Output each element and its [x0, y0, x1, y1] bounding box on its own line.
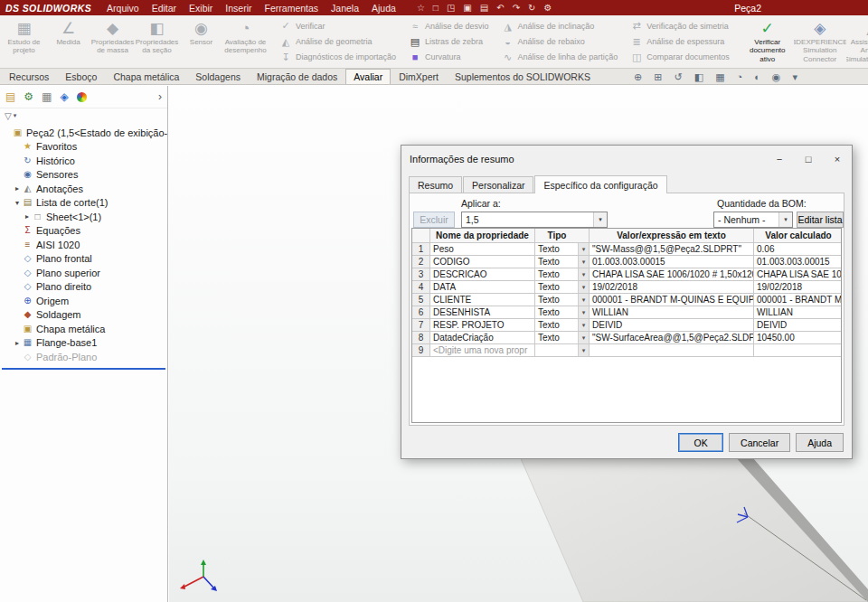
- dialog-tab[interactable]: Personalizar: [463, 176, 533, 193]
- property-value-cell[interactable]: WILLIAN: [590, 306, 754, 319]
- section-view-icon[interactable]: ◧: [694, 72, 703, 82]
- property-value-cell[interactable]: 000001 - BRANDT M-QUINAS E EQUIPAMENTOS …: [590, 294, 754, 306]
- tree-item[interactable]: ★Favoritos: [0, 140, 167, 155]
- property-name-cell[interactable]: DESENHISTA: [430, 306, 535, 319]
- undo-icon[interactable]: ↶: [496, 4, 504, 13]
- bom-quantity-combobox[interactable]: - Nenhum - ▾: [713, 212, 793, 228]
- compare-documents-button[interactable]: ◫Comparar documentos: [630, 52, 730, 63]
- property-value-cell[interactable]: 01.003.003.00015: [590, 256, 754, 268]
- dialog-title-bar[interactable]: Informações de resumo −□×: [401, 146, 852, 172]
- dialog-tab[interactable]: Específico da configuração: [534, 175, 666, 193]
- row-number-cell[interactable]: 1: [412, 243, 430, 256]
- row-number-cell[interactable]: 7: [412, 319, 430, 332]
- dropdown-arrow-icon[interactable]: ▾: [578, 256, 589, 268]
- simulationxpress-button[interactable]: ◬Assistente de Análise SimulationXpress: [846, 16, 868, 67]
- property-value-cell[interactable]: "SW-SurfaceArea@@1,5@Peça2.SLDPRT": [590, 332, 754, 344]
- save-icon[interactable]: ▣: [463, 4, 471, 13]
- command-tab[interactable]: Esboço: [57, 69, 105, 84]
- property-type-cell[interactable]: Texto▾: [535, 281, 590, 294]
- expand-arrow-icon[interactable]: ▾: [13, 199, 22, 207]
- ok-button[interactable]: OK: [678, 433, 723, 452]
- tree-item[interactable]: ◉Sensores: [0, 168, 167, 183]
- property-value-cell[interactable]: 19/02/2018: [590, 281, 754, 294]
- cancelar-button[interactable]: Cancelar: [729, 433, 790, 452]
- dropdown-arrow-icon[interactable]: ▾: [578, 344, 589, 356]
- print-icon[interactable]: ▤: [480, 4, 488, 13]
- part-face[interactable]: [520, 456, 868, 602]
- sensor-button[interactable]: ◉Sensor: [179, 16, 223, 67]
- zoom-area-icon[interactable]: ⊞: [654, 72, 662, 82]
- menu-item[interactable]: Editar: [146, 3, 183, 14]
- previous-view-icon[interactable]: ↺: [675, 72, 683, 82]
- property-type-cell[interactable]: Texto▾: [535, 243, 590, 256]
- edit-appearance-icon[interactable]: ◉: [772, 72, 781, 82]
- property-name-cell[interactable]: Peso: [430, 243, 535, 256]
- edit-list-button[interactable]: Editar lista: [797, 212, 844, 228]
- property-name-cell[interactable]: DatadeCriação: [430, 332, 535, 344]
- tree-item[interactable]: ▸◭Anotações: [0, 182, 167, 196]
- dropdown-arrow-icon[interactable]: ▾: [578, 294, 589, 306]
- symmetry-check-button[interactable]: ⇄Verificação de simetria: [630, 20, 730, 32]
- display-style-icon[interactable]: ◔: [737, 72, 743, 82]
- row-number-cell[interactable]: 4: [412, 281, 430, 294]
- deviation-analysis-button[interactable]: ≈Análise de desvio: [409, 21, 489, 32]
- curvature-button[interactable]: ■Curvatura: [409, 52, 489, 62]
- row-number-cell[interactable]: 5: [412, 294, 430, 306]
- ajuda-button[interactable]: Ajuda: [796, 433, 844, 452]
- property-value-cell[interactable]: CHAPA LISA SAE 1006/1020 # 1,50x1200xBOB…: [590, 268, 754, 281]
- new-document-icon[interactable]: □: [433, 4, 439, 13]
- dialog-tab[interactable]: Resumo: [409, 176, 462, 193]
- tree-item[interactable]: ◆Soldagem: [0, 308, 167, 323]
- tree-item[interactable]: ΣEquações: [0, 224, 167, 239]
- displaymanager-tab[interactable]: [77, 92, 87, 102]
- view-orientation-icon[interactable]: ▦: [715, 72, 724, 82]
- tree-item[interactable]: ▣Peça2 (1,5<Estado de exibição-2>): [0, 126, 167, 140]
- maximize-button[interactable]: □: [794, 146, 823, 172]
- expand-arrow-icon[interactable]: ▸: [23, 212, 32, 221]
- geometry-analysis-button[interactable]: ◭Análise de geometria: [279, 36, 396, 48]
- featuremanager-tab[interactable]: ▤: [5, 91, 15, 102]
- pin-menu-icon[interactable]: ☆: [417, 4, 425, 13]
- command-tab[interactable]: Migração de dados: [249, 69, 345, 84]
- options-gear-icon[interactable]: ⚙: [543, 4, 552, 13]
- thickness-analysis-button[interactable]: ≣Análise de espessura: [630, 36, 730, 48]
- menu-item[interactable]: Janela: [325, 3, 365, 14]
- property-type-cell[interactable]: Texto▾: [535, 268, 590, 281]
- hide-show-items-icon[interactable]: ◐: [754, 72, 760, 82]
- configuration-combobox[interactable]: 1,5 ▾: [461, 212, 608, 228]
- draft-analysis-button[interactable]: ◮Análise de inclinação: [502, 21, 618, 33]
- menu-item[interactable]: Arquivo: [100, 3, 146, 14]
- close-button[interactable]: ×: [823, 146, 852, 172]
- property-type-cell[interactable]: ▾: [535, 344, 590, 357]
- tree-item[interactable]: ◇Plano superior: [0, 266, 167, 280]
- dropdown-arrow-icon[interactable]: ▾: [578, 306, 589, 318]
- tree-item[interactable]: ▸□Sheet<1>(1): [0, 210, 167, 224]
- menu-item[interactable]: Inserir: [219, 3, 258, 14]
- property-value-cell[interactable]: [590, 344, 754, 357]
- panel-expand-icon[interactable]: ›: [158, 90, 164, 103]
- open-icon[interactable]: ◳: [447, 4, 455, 13]
- row-number-cell[interactable]: 2: [412, 256, 430, 268]
- delete-button[interactable]: Excluir: [413, 212, 455, 228]
- measure-button[interactable]: ∠Medida: [46, 16, 90, 67]
- menu-item[interactable]: Exibir: [183, 3, 219, 14]
- command-tab[interactable]: Avaliar: [345, 69, 391, 84]
- tree-item[interactable]: ▸▦Flange-base1: [0, 336, 167, 351]
- menu-item[interactable]: Ferramentas: [259, 3, 326, 14]
- dropdown-arrow-icon[interactable]: ▾: [578, 319, 589, 331]
- dropdown-arrow-icon[interactable]: ▾: [578, 243, 589, 255]
- undercut-analysis-button[interactable]: ◒Análise de rebaixo: [502, 36, 618, 47]
- dimxpertmanager-tab[interactable]: ◈: [60, 91, 68, 102]
- zoom-fit-icon[interactable]: ⊕: [634, 72, 642, 82]
- property-value-cell[interactable]: "SW-Mass@@1,5@Peça2.SLDPRT": [590, 243, 754, 256]
- expand-arrow-icon[interactable]: ▸: [13, 184, 22, 193]
- rebuild-icon[interactable]: ↻: [528, 4, 535, 13]
- section-properties-button[interactable]: ◧Propriedades da seção: [135, 16, 179, 67]
- design-study-button[interactable]: ▦Estudo de projeto: [2, 16, 46, 67]
- mass-properties-button[interactable]: ◆Propriedades de massa: [90, 16, 135, 67]
- filter-dropdown-icon[interactable]: ▾: [14, 112, 17, 119]
- dropdown-arrow-icon[interactable]: ▾: [578, 281, 589, 293]
- property-type-cell[interactable]: Texto▾: [535, 319, 590, 332]
- tree-item[interactable]: ▣Chapa metálica: [0, 322, 167, 336]
- tree-item[interactable]: ≡AISI 1020: [0, 238, 167, 252]
